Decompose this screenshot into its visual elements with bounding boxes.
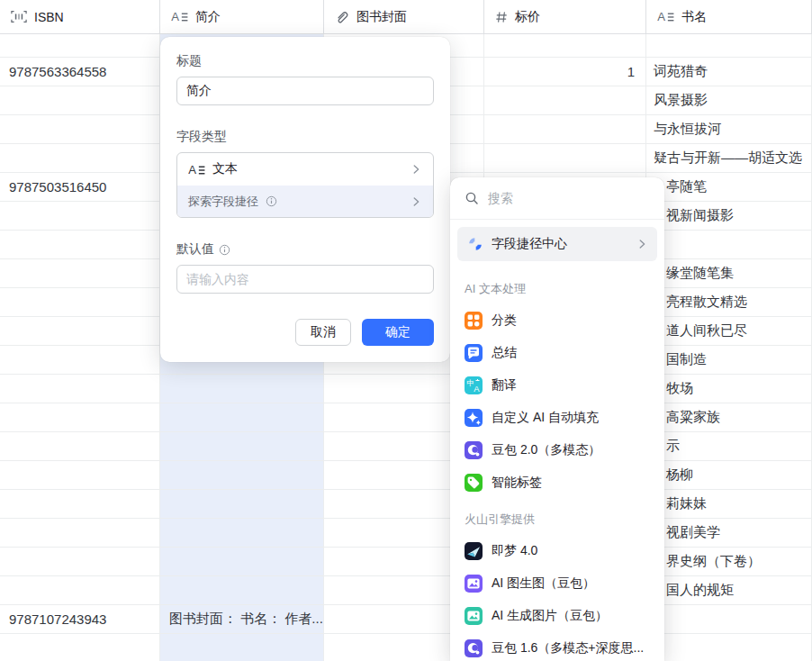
cell-price[interactable]: 1 <box>484 58 646 86</box>
shortcut-item-label: 即梦 4.0 <box>492 543 537 559</box>
column-header-title[interactable]: A书名 <box>646 0 812 33</box>
field-type-selector[interactable]: A 文本 <box>177 153 433 186</box>
shortcut-item[interactable]: 中A翻译 <box>450 369 664 402</box>
cell-isbn[interactable] <box>0 115 160 143</box>
jimeng-icon <box>465 542 483 560</box>
cell-isbn[interactable]: 9787503516450 <box>0 173 160 201</box>
shortcut-item[interactable]: 总结 <box>450 337 664 369</box>
shortcut-item[interactable]: 豆包 2.0（多模态） <box>450 434 664 466</box>
cell-title[interactable]: 莉妹妹 <box>646 490 812 518</box>
cell-title[interactable]: 风景摄影 <box>646 86 812 114</box>
cell-title[interactable] <box>646 605 812 633</box>
cell-isbn[interactable] <box>0 519 160 547</box>
cell-title[interactable]: 亭随笔 <box>646 173 812 201</box>
shortcut-item[interactable]: 分类 <box>450 304 664 337</box>
shortcut-item[interactable]: AI 生成图片（豆包） <box>450 600 664 632</box>
text-field-icon: A <box>171 10 188 23</box>
img2img-icon <box>465 575 483 593</box>
cell-isbn[interactable] <box>0 86 160 114</box>
cell-isbn[interactable] <box>0 288 160 316</box>
cell-isbn[interactable] <box>0 346 160 374</box>
shortcut-item[interactable]: 智能标签 <box>450 466 664 499</box>
explore-shortcuts-label: 探索字段捷径 <box>188 194 258 210</box>
shortcut-item-label: 总结 <box>492 345 517 361</box>
cell-isbn[interactable] <box>0 461 160 489</box>
shortcut-item[interactable]: 豆包 1.6（多模态+深度思... <box>450 632 664 661</box>
cell-title[interactable]: 疑古与开新——胡适文选 <box>646 144 812 172</box>
cell-title[interactable]: 界史纲（下卷） <box>646 548 812 575</box>
doubao-icon <box>465 441 483 459</box>
cell-isbn[interactable] <box>0 490 160 518</box>
cell-isbn[interactable]: 9787107243943 <box>0 605 160 633</box>
cell-title[interactable]: 视新闻摄影 <box>646 202 812 230</box>
cell-title[interactable]: 杨柳 <box>646 461 812 489</box>
cell-isbn[interactable]: 9787563364558 <box>0 58 160 86</box>
cell-price[interactable] <box>484 34 646 57</box>
cell-isbn[interactable] <box>0 144 160 172</box>
cell-isbn[interactable] <box>0 634 160 661</box>
column-header-price[interactable]: 标价 <box>484 0 646 33</box>
cell-isbn[interactable] <box>0 259 160 287</box>
cell-title[interactable]: 视剧美学 <box>646 519 812 547</box>
cell-isbn[interactable] <box>0 317 160 345</box>
table-row: 示 <box>0 432 812 461</box>
cell-intro[interactable] <box>160 576 324 604</box>
field-type-label: 字段类型 <box>176 129 434 145</box>
info-icon <box>219 244 230 256</box>
search-input[interactable] <box>488 191 650 205</box>
shortcut-center-item[interactable]: 字段捷径中心 <box>457 227 657 261</box>
cell-title[interactable]: 示 <box>646 432 812 460</box>
cancel-button[interactable]: 取消 <box>295 319 351 346</box>
cell-isbn[interactable] <box>0 403 160 431</box>
svg-text:A: A <box>171 10 179 23</box>
cell-isbn[interactable] <box>0 576 160 604</box>
confirm-button[interactable]: 确定 <box>362 319 434 346</box>
cell-title[interactable] <box>646 634 812 661</box>
cell-price[interactable] <box>484 115 646 143</box>
field-title-input[interactable] <box>176 77 434 105</box>
table-row: 界史纲（下卷） <box>0 548 812 576</box>
shortcut-item-label: AI 图生图（豆包） <box>492 575 595 592</box>
cell-intro[interactable] <box>160 519 324 547</box>
cell-intro[interactable] <box>160 432 324 460</box>
cell-title[interactable]: 国人的规矩 <box>646 576 812 604</box>
ai-autofill-icon <box>465 409 483 427</box>
cell-price[interactable] <box>484 86 646 114</box>
cell-title[interactable] <box>646 231 812 258</box>
explore-shortcuts-row[interactable]: 探索字段捷径 <box>177 186 433 217</box>
cell-title[interactable]: 词苑猎奇 <box>646 58 812 86</box>
cell-title[interactable]: 道人间秋已尽 <box>646 317 812 345</box>
cell-intro[interactable] <box>160 634 324 661</box>
cell-title[interactable]: 高粱家族 <box>646 403 812 431</box>
cell-intro[interactable] <box>160 490 324 518</box>
cell-isbn[interactable] <box>0 34 160 57</box>
cell-title[interactable]: 与永恒拔河 <box>646 115 812 143</box>
cell-title[interactable]: 亮程散文精选 <box>646 288 812 316</box>
column-header-intro[interactable]: A简介 <box>160 0 324 33</box>
default-value-input[interactable] <box>176 265 434 294</box>
cell-intro[interactable] <box>160 548 324 575</box>
column-header-isbn[interactable]: ISBN <box>0 0 160 33</box>
shortcut-item[interactable]: 自定义 AI 自动填充 <box>450 402 664 434</box>
cell-intro[interactable] <box>160 375 324 403</box>
shortcut-item[interactable]: AI 图生图（豆包） <box>450 567 664 600</box>
cell-title[interactable]: 牧场 <box>646 375 812 403</box>
cell-isbn[interactable] <box>0 231 160 258</box>
default-value-label: 默认值 <box>176 241 214 258</box>
info-icon <box>266 195 277 207</box>
classify-icon <box>465 312 483 330</box>
cell-isbn[interactable] <box>0 548 160 575</box>
cell-intro[interactable] <box>160 403 324 431</box>
cell-title[interactable] <box>646 34 812 57</box>
cell-intro[interactable] <box>160 461 324 489</box>
cell-intro[interactable]: 图书封面： 书名： 作者... <box>160 605 324 633</box>
shortcut-item[interactable]: 即梦 4.0 <box>450 535 664 567</box>
cell-isbn[interactable] <box>0 202 160 230</box>
cell-title[interactable]: 国制造 <box>646 346 812 374</box>
cell-title[interactable]: 缘堂随笔集 <box>646 259 812 287</box>
field-edit-dialog: 标题 字段类型 A 文本 探索字段捷径 默认值 <box>160 37 450 362</box>
cell-isbn[interactable] <box>0 375 160 403</box>
column-header-cover[interactable]: 图书封面 <box>324 0 484 33</box>
cell-price[interactable] <box>484 144 646 172</box>
cell-isbn[interactable] <box>0 432 160 460</box>
